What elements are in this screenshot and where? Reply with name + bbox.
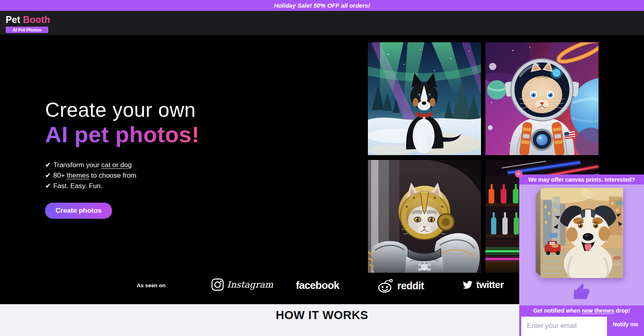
feature-text: to choose from [89, 172, 136, 179]
feature-text: 80+ [53, 172, 67, 179]
popup-footer: Get notified when new themes drop! Notif… [519, 305, 644, 336]
popup-body [519, 185, 644, 305]
instagram-wordmark: Instagram [227, 280, 273, 290]
hero-title-line1: Create your own [45, 98, 199, 122]
promo-banner: Holiday Sale! 50% OFF all orders! [0, 0, 644, 11]
feature-list: ✔Transform your cat or dog ✔80+ themes t… [45, 160, 199, 191]
new-themes-text: new themes [582, 307, 614, 314]
instagram-logo: Instagram [211, 278, 273, 291]
landing-page: Holiday Sale! 50% OFF all orders! Pet Bo… [0, 0, 644, 336]
create-photos-button[interactable]: Create photos [45, 203, 112, 219]
notify-text-prefix: Get notified when [533, 307, 582, 314]
canvas-prints-popup: ✕ We may offer canvas prints. Interested… [519, 174, 644, 336]
hero-image-knight-cat [368, 160, 481, 273]
hero-image-aurora-dog [368, 42, 481, 155]
brand-logo[interactable]: Pet Booth AI Pet Photos [6, 15, 50, 33]
check-icon: ✔ [45, 172, 51, 179]
twitter-logo: twitter [462, 279, 504, 290]
instagram-icon [211, 278, 224, 291]
brand-first: Pet [6, 15, 20, 25]
facebook-logo: facebook [296, 279, 339, 292]
dog-painting-canvas [541, 188, 623, 278]
brand-name: Pet Booth [6, 15, 50, 25]
feature-link-cat-or-dog[interactable]: cat or dog [101, 161, 132, 169]
reddit-wordmark: reddit [397, 280, 424, 292]
brand-second: Booth [23, 15, 50, 25]
email-input[interactable] [521, 317, 607, 336]
feature-item: ✔Fast. Easy. Fun. [45, 181, 199, 191]
hero-title-line2: AI pet photos! [45, 122, 199, 147]
reddit-logo: reddit [377, 278, 424, 293]
twitter-bird-icon [462, 280, 473, 290]
notify-text: Get notified when new themes drop! [519, 305, 644, 314]
brand-badge: AI Pet Photos [6, 27, 48, 33]
reddit-icon [377, 278, 394, 293]
thumbs-up-icon [572, 283, 591, 301]
as-seen-on-label: As seen on [137, 282, 165, 288]
email-signup-row: Notify me [519, 317, 644, 336]
promo-banner-text: Holiday Sale! 50% OFF all orders! [274, 2, 370, 9]
hero-copy: Create your own AI pet photos! ✔Transfor… [45, 98, 199, 219]
facebook-wordmark: facebook [296, 279, 339, 292]
notify-me-button[interactable]: Notify me [607, 317, 644, 336]
canvas-edge [536, 189, 541, 276]
check-icon: ✔ [45, 182, 51, 190]
feature-link-themes[interactable]: themes [67, 172, 89, 179]
popup-header-text: We may offer canvas prints. Interested? [519, 174, 644, 185]
check-icon: ✔ [45, 161, 51, 169]
twitter-wordmark: twitter [476, 279, 504, 290]
feature-item: ✔Transform your cat or dog [45, 160, 199, 170]
popup-close-button[interactable]: ✕ [515, 170, 522, 178]
feature-text: Fast. Easy. Fun. [53, 182, 103, 190]
feature-item: ✔80+ themes to choose from [45, 170, 199, 181]
canvas-print-preview [541, 188, 623, 278]
site-header: Pet Booth AI Pet Photos [0, 11, 644, 35]
feature-text: Transform your [53, 161, 101, 169]
notify-text-suffix: drop! [614, 307, 630, 314]
hero-image-astronaut-cat [485, 42, 599, 155]
